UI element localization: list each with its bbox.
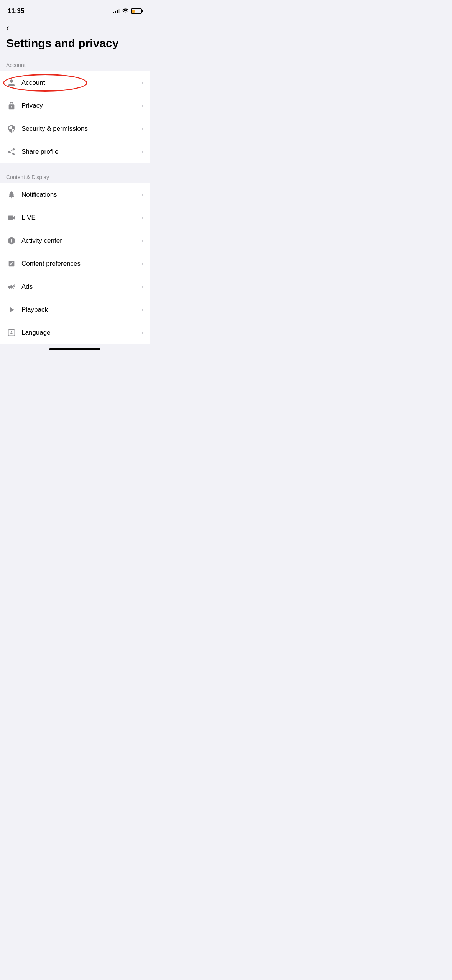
- live-chevron-icon: ›: [141, 214, 143, 221]
- battery-icon: [131, 8, 142, 14]
- wifi-icon: [122, 8, 129, 15]
- ads-item[interactable]: Ads ›: [0, 275, 150, 298]
- signal-icon: [113, 9, 120, 13]
- home-bar: [49, 348, 100, 350]
- ads-label: Ads: [21, 283, 141, 291]
- account-icon: [6, 77, 17, 88]
- share-profile-label: Share profile: [21, 148, 141, 156]
- live-item[interactable]: LIVE ›: [0, 206, 150, 229]
- activity-center-item[interactable]: Activity center ›: [0, 229, 150, 252]
- notifications-icon: [6, 189, 17, 200]
- home-indicator: [0, 344, 150, 353]
- language-chevron-icon: ›: [141, 329, 143, 336]
- status-icons: [113, 8, 142, 15]
- language-item[interactable]: A Language ›: [0, 321, 150, 344]
- playback-item[interactable]: Playback ›: [0, 298, 150, 321]
- back-chevron-icon: ‹: [6, 23, 9, 33]
- activity-center-icon: [6, 235, 17, 246]
- account-item[interactable]: Account ›: [0, 71, 150, 94]
- section-gap: [0, 163, 150, 171]
- content-display-section-header: Content & Display: [0, 171, 150, 183]
- playback-chevron-icon: ›: [141, 306, 143, 313]
- playback-label: Playback: [21, 306, 141, 314]
- account-chevron-icon: ›: [141, 79, 143, 86]
- content-display-list-group: Notifications › LIVE › Activity center ›…: [0, 183, 150, 344]
- status-time: 11:35: [8, 7, 24, 15]
- share-profile-item[interactable]: Share profile ›: [0, 140, 150, 163]
- live-label: LIVE: [21, 214, 141, 222]
- notifications-label: Notifications: [21, 191, 141, 199]
- privacy-icon: [6, 100, 17, 111]
- activity-center-label: Activity center: [21, 237, 141, 245]
- live-icon: [6, 212, 17, 223]
- account-section-header: Account: [0, 59, 150, 71]
- content-preferences-chevron-icon: ›: [141, 260, 143, 267]
- account-label: Account: [21, 79, 141, 87]
- content-preferences-item[interactable]: Content preferences ›: [0, 252, 150, 275]
- status-bar: 11:35: [0, 0, 150, 19]
- security-item[interactable]: Security & permissions ›: [0, 117, 150, 140]
- notifications-item[interactable]: Notifications ›: [0, 183, 150, 206]
- notifications-chevron-icon: ›: [141, 191, 143, 198]
- privacy-item[interactable]: Privacy ›: [0, 94, 150, 117]
- back-button[interactable]: ‹: [0, 19, 150, 35]
- playback-icon: [6, 304, 17, 315]
- share-chevron-icon: ›: [141, 148, 143, 155]
- security-icon: [6, 123, 17, 134]
- activity-center-chevron-icon: ›: [141, 237, 143, 244]
- ads-chevron-icon: ›: [141, 283, 143, 290]
- security-label: Security & permissions: [21, 125, 141, 133]
- security-chevron-icon: ›: [141, 125, 143, 132]
- privacy-chevron-icon: ›: [141, 102, 143, 109]
- privacy-label: Privacy: [21, 102, 141, 110]
- content-preferences-label: Content preferences: [21, 260, 141, 268]
- content-preferences-icon: [6, 258, 17, 269]
- svg-text:A: A: [10, 331, 13, 335]
- page-title: Settings and privacy: [0, 35, 150, 59]
- share-icon: [6, 146, 17, 157]
- ads-icon: [6, 281, 17, 292]
- account-list-group: Account › Privacy › Security & permissio…: [0, 71, 150, 163]
- language-icon: A: [6, 327, 17, 338]
- language-label: Language: [21, 329, 141, 337]
